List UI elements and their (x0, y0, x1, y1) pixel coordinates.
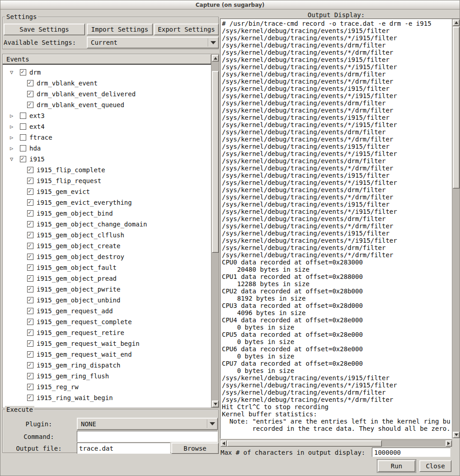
event-label: i915_ring_wait_begin (37, 394, 113, 401)
event-label: i915_gem_evict (37, 188, 90, 195)
tree-row[interactable]: i915_gem_object_unbind (3, 295, 211, 306)
tree-row[interactable]: i915_gem_request_retire (3, 327, 211, 338)
event-checkbox[interactable] (27, 384, 33, 390)
event-checkbox[interactable] (27, 243, 33, 249)
output-scroll-up-button[interactable] (453, 19, 460, 26)
output-scroll-down-button[interactable] (453, 432, 460, 438)
event-checkbox[interactable] (27, 362, 33, 368)
events-scroll-up-button[interactable] (212, 55, 219, 61)
collapse-triangle-icon[interactable] (10, 156, 20, 162)
tree-row[interactable]: i915_gem_object_bind (3, 208, 211, 219)
event-checkbox[interactable] (27, 351, 33, 358)
event-checkbox[interactable] (27, 102, 33, 108)
tree-row[interactable]: i915_gem_evict_everything (3, 197, 211, 208)
event-checkbox[interactable] (20, 123, 26, 130)
event-checkbox[interactable] (20, 113, 26, 119)
event-checkbox[interactable] (27, 297, 33, 303)
tree-row[interactable]: i915_gem_request_wait_begin (3, 338, 211, 349)
event-checkbox[interactable] (27, 319, 33, 325)
collapse-triangle-icon[interactable] (10, 70, 20, 75)
output-scroll-right-button[interactable] (446, 440, 452, 447)
output-vscrollbar[interactable] (452, 19, 460, 438)
tree-row[interactable]: i915_gem_object_destroy (3, 251, 211, 262)
available-settings-select[interactable]: Current (87, 37, 219, 48)
titlebar[interactable]: Capture (on sugarbay) (0, 0, 460, 9)
tree-row[interactable]: ext3 (3, 110, 211, 121)
event-checkbox[interactable] (27, 199, 33, 206)
expand-triangle-icon[interactable] (10, 113, 20, 118)
events-scroll-thumb[interactable] (212, 71, 219, 253)
tree-row[interactable]: i915_flip_request (3, 175, 211, 186)
tree-row[interactable]: i915_gem_object_clflush (3, 230, 211, 240)
event-checkbox[interactable] (27, 189, 33, 195)
event-checkbox[interactable] (27, 80, 33, 86)
event-checkbox[interactable] (27, 232, 33, 238)
tree-row[interactable]: drm_vblank_event_delivered (3, 89, 211, 99)
output-hscrollbar[interactable] (220, 439, 452, 447)
event-checkbox[interactable] (27, 254, 33, 260)
event-checkbox[interactable] (27, 167, 33, 173)
save-settings-button[interactable]: Save Settings (4, 24, 85, 35)
output-hscroll-thumb[interactable] (227, 440, 382, 447)
expand-triangle-icon[interactable] (10, 124, 20, 129)
tree-row[interactable]: i915_gem_object_fault (3, 262, 211, 273)
tree-row[interactable]: drm (3, 67, 211, 78)
output-scroll-left-button[interactable] (221, 440, 227, 447)
tree-row[interactable]: i915 (3, 154, 211, 165)
events-tree-rows: drmdrm_vblank_eventdrm_vblank_event_deli… (3, 65, 211, 408)
event-checkbox[interactable] (27, 221, 33, 227)
tree-row[interactable]: i915_gem_object_create (3, 240, 211, 251)
tree-row[interactable]: i915_gem_request_wait_end (3, 349, 211, 360)
event-checkbox[interactable] (27, 275, 33, 282)
tree-row[interactable]: drm_vblank_event (3, 78, 211, 89)
export-settings-button[interactable]: Export Settings (154, 24, 219, 35)
event-checkbox[interactable] (20, 69, 26, 75)
output-vscroll-thumb[interactable] (453, 27, 460, 189)
tree-row[interactable]: hda (3, 143, 211, 154)
tree-row[interactable]: i915_gem_object_change_domain (3, 219, 211, 230)
events-scroll-down-button[interactable] (212, 401, 219, 407)
tree-row[interactable]: i915_gem_request_add (3, 306, 211, 316)
tree-row[interactable]: i915_reg_rw (3, 382, 211, 392)
event-checkbox[interactable] (20, 145, 26, 151)
tree-row[interactable]: ext4 (3, 121, 211, 132)
save-settings-label: Save Settings (19, 26, 69, 33)
close-button[interactable]: Close (419, 460, 451, 472)
max-chars-input[interactable] (372, 448, 451, 457)
event-checkbox[interactable] (27, 210, 33, 217)
tree-row[interactable]: i915_gem_evict (3, 186, 211, 197)
tree-row[interactable]: ftrace (3, 132, 211, 143)
tree-row[interactable]: i915_flip_complete (3, 165, 211, 175)
event-checkbox[interactable] (27, 340, 33, 347)
events-scrollbar[interactable] (211, 54, 219, 408)
output-display[interactable]: # /usr/bin/trace-cmd record -o trace.dat… (220, 19, 460, 439)
command-label: Command: (3, 433, 75, 440)
expand-triangle-icon[interactable] (10, 135, 20, 140)
event-checkbox[interactable] (27, 395, 33, 401)
tree-row[interactable]: i915_gem_ring_flush (3, 371, 211, 382)
event-checkbox[interactable] (20, 134, 26, 141)
output-file-input[interactable] (77, 443, 170, 454)
event-checkbox[interactable] (27, 178, 33, 184)
tree-row[interactable]: drm_vblank_event_queued (3, 99, 211, 110)
event-checkbox[interactable] (27, 330, 33, 336)
tree-row[interactable]: i915_gem_request_complete (3, 316, 211, 327)
events-header[interactable]: Events (3, 54, 211, 65)
event-checkbox[interactable] (27, 264, 33, 271)
tree-row[interactable]: i915_gem_object_pread (3, 273, 211, 284)
tree-row[interactable]: i915_gem_object_pwrite (3, 284, 211, 295)
tree-row[interactable]: i915_gem_ring_dispatch (3, 360, 211, 371)
event-checkbox[interactable] (27, 286, 33, 292)
run-button[interactable]: Run (378, 460, 415, 472)
command-input[interactable] (77, 431, 218, 442)
plugin-select[interactable]: NONE (77, 418, 218, 430)
events-tree: Events drmdrm_vblank_eventdrm_vblank_eve… (2, 54, 219, 408)
event-checkbox[interactable] (27, 91, 33, 97)
event-checkbox[interactable] (27, 373, 33, 379)
browse-button[interactable]: Browse (171, 443, 219, 454)
import-settings-button[interactable]: Import Settings (87, 24, 153, 35)
event-checkbox[interactable] (27, 308, 33, 314)
expand-triangle-icon[interactable] (10, 146, 20, 151)
tree-row[interactable]: i915_ring_wait_begin (3, 392, 211, 403)
event-checkbox[interactable] (20, 156, 26, 162)
